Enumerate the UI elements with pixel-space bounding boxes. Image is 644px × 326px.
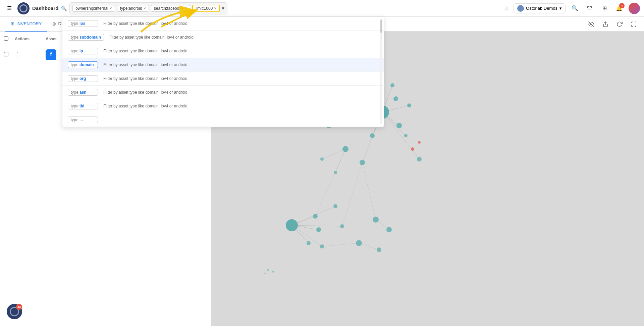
- actions-header: Actions: [15, 37, 42, 41]
- search-nav-button[interactable]: 🔍: [570, 3, 580, 14]
- dropdown-desc-domain: Filter by asset type like domain, ipv4 o…: [103, 62, 189, 67]
- filter-chip-limit-close[interactable]: ×: [214, 6, 216, 10]
- svg-point-57: [264, 273, 266, 274]
- sub-navbar-right: [586, 19, 639, 29]
- dropdown-item-ip[interactable]: type:ip Filter by asset type like domain…: [62, 44, 384, 58]
- svg-line-49: [376, 220, 389, 230]
- svg-line-35: [292, 225, 309, 243]
- filter-chip-search-close[interactable]: ×: [185, 6, 187, 10]
- hamburger-icon: ☰: [7, 5, 12, 11]
- dropdown-item-asn[interactable]: type:asn Filter by asset type like domai…: [62, 86, 384, 99]
- org-avatar: [517, 5, 524, 12]
- tag-prefix-ip: type:: [71, 49, 79, 53]
- dropdown-item-org[interactable]: type:org Filter by asset type like domai…: [62, 72, 384, 86]
- row-checkbox-cell: [4, 52, 11, 58]
- logo-inner: [19, 4, 28, 12]
- tag-value-more: ...: [79, 118, 83, 122]
- filter-chip-limit[interactable]: limit:1000 ×: [192, 5, 220, 12]
- dropdown-item-more[interactable]: type:...: [62, 113, 384, 127]
- dropdown-desc-asn: Filter by asset type like domain, ipv4 o…: [103, 90, 189, 95]
- tab-inventory[interactable]: ⊞ INVENTORY: [5, 17, 47, 32]
- filter-chip-limit-label: limit:1000: [196, 6, 213, 11]
- bottom-left-logo[interactable]: 33: [7, 304, 22, 319]
- svg-point-31: [320, 157, 324, 161]
- dropdown-tag-ip: type:ip: [68, 48, 98, 54]
- tag-value-ios: ios: [79, 21, 85, 26]
- dropdown-item-tld[interactable]: type:tld Filter by asset type like domai…: [62, 99, 384, 113]
- tag-prefix-more: type:: [71, 118, 79, 122]
- tag-value-asn: asn: [79, 90, 87, 95]
- svg-point-55: [267, 269, 269, 271]
- dropdown-item-domain[interactable]: type:domain Filter by asset type like do…: [62, 58, 384, 72]
- tab-inventory-icon: ⊞: [11, 21, 14, 26]
- dropdown-tag-asn: type:asn: [68, 89, 98, 96]
- svg-line-37: [292, 225, 342, 226]
- svg-point-56: [272, 271, 274, 273]
- asset-header: Asset: [46, 37, 57, 41]
- select-all-checkbox[interactable]: [4, 36, 8, 41]
- graph-cluster-secondary: [286, 149, 362, 248]
- tag-value-tld: tld: [79, 104, 85, 108]
- tab-discovery-icon: ◎: [52, 21, 56, 26]
- filter-chip-type-close[interactable]: ×: [144, 6, 146, 10]
- filter-chip-type-label: type:android: [120, 6, 142, 11]
- graph-cluster-bottom: [322, 240, 381, 252]
- navbar-right: ☆ Ostorlab Demos ▾ 🔍 🛡 ⊞ 🔔 4: [504, 3, 640, 14]
- dropdown-tag-tld: type:tld: [68, 103, 98, 109]
- dropdown-scrollbar-track[interactable]: [380, 19, 382, 124]
- tag-prefix-org: type:: [71, 76, 79, 81]
- filter-chip-type[interactable]: type:android ×: [117, 5, 149, 12]
- dropdown-tag-subdomain: type:subdomain: [68, 34, 104, 41]
- graph-cluster-tertiary: [362, 162, 392, 232]
- filter-chip-search[interactable]: search:facebook ×: [151, 5, 190, 12]
- svg-point-17: [404, 134, 408, 137]
- facebook-icon: f: [46, 49, 56, 60]
- svg-point-10: [396, 123, 402, 128]
- svg-line-50: [362, 162, 376, 220]
- notifications-button[interactable]: 🔔 4: [614, 3, 625, 14]
- tag-prefix-ios: type:: [71, 21, 79, 26]
- org-selector-chevron: ▾: [559, 6, 562, 11]
- dropdown-desc-ios: Filter by asset type like domain, ipv4 o…: [103, 21, 189, 26]
- row-checkbox[interactable]: [4, 52, 8, 56]
- shield-icon-button[interactable]: 🛡: [584, 3, 595, 14]
- tag-value-org: org: [79, 76, 86, 81]
- navbar-search-button[interactable]: 🔍: [61, 6, 67, 11]
- search-bar-dropdown-arrow[interactable]: ▾: [222, 5, 224, 11]
- user-avatar[interactable]: [629, 3, 640, 14]
- svg-line-23: [382, 112, 419, 159]
- dropdown-item-subdomain[interactable]: type:subdomain Filter by asset type like…: [62, 31, 384, 44]
- grid-nav-button[interactable]: ⊞: [599, 3, 610, 14]
- org-name: Ostorlab Demos: [526, 6, 557, 11]
- dropdown-scrollbar-thumb[interactable]: [380, 19, 382, 33]
- row-actions-button[interactable]: ⋮: [15, 51, 21, 58]
- navbar-left: ☰ Dashboard 🔍: [4, 2, 67, 14]
- svg-point-41: [307, 241, 311, 245]
- dropdown-desc-tld: Filter by asset type like domain, ipv4 o…: [103, 104, 189, 108]
- svg-line-29: [322, 149, 345, 159]
- eye-off-button[interactable]: [586, 19, 596, 29]
- filter-chip-ownership[interactable]: ownership:internal ×: [72, 5, 115, 12]
- refresh-button[interactable]: [614, 19, 625, 29]
- star-button[interactable]: ☆: [504, 5, 509, 12]
- svg-point-12: [393, 96, 398, 101]
- search-bar[interactable]: ownership:internal × type:android × sear…: [69, 2, 227, 14]
- dropdown-desc-ip: Filter by asset type like domain, ipv4 o…: [103, 49, 189, 53]
- org-selector[interactable]: Ostorlab Demos ▾: [514, 3, 566, 13]
- svg-line-46: [342, 162, 362, 226]
- tab-inventory-label: INVENTORY: [16, 21, 42, 26]
- dropdown-tag-more: type:...: [68, 117, 98, 123]
- notification-badge: 4: [619, 3, 625, 8]
- hamburger-button[interactable]: ☰: [4, 3, 15, 14]
- svg-point-16: [407, 103, 411, 107]
- svg-point-40: [316, 227, 321, 232]
- filter-chip-ownership-label: ownership:internal: [75, 6, 108, 11]
- fullscreen-button[interactable]: [629, 19, 639, 29]
- dropdown-item-ios[interactable]: type:ios Filter by asset type like domai…: [62, 17, 384, 31]
- share-button[interactable]: [600, 19, 610, 29]
- header-checkbox-cell: [4, 36, 11, 42]
- svg-point-14: [390, 83, 394, 87]
- top-navbar: ☰ Dashboard 🔍 ownership:internal × type:…: [0, 0, 644, 17]
- filter-chip-ownership-close[interactable]: ×: [110, 6, 112, 10]
- svg-point-19: [418, 141, 421, 144]
